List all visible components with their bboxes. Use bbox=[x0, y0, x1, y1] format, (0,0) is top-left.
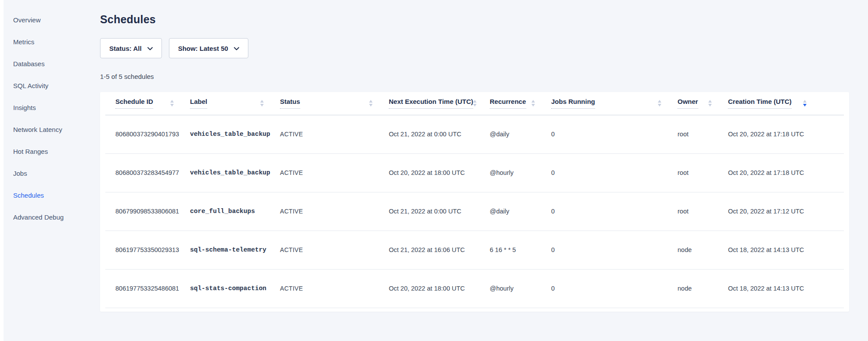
table-row: 806799098533806081 core_full_backups ACT… bbox=[105, 192, 844, 231]
cell-schedule-id: 806800373283454977 bbox=[105, 153, 180, 192]
cell-owner: root bbox=[667, 153, 718, 192]
cell-creation-time: Oct 18, 2022 at 14:13 UTC bbox=[718, 269, 844, 308]
sidebar-item-sql-activity[interactable]: SQL Activity bbox=[4, 75, 99, 96]
column-header-recurrence[interactable]: Recurrence bbox=[480, 92, 541, 115]
cell-label: vehicles_table_backup bbox=[180, 153, 270, 192]
cell-jobs-running: 0 bbox=[541, 115, 667, 153]
show-filter-label: Show: Latest 50 bbox=[178, 45, 228, 52]
column-label: Owner bbox=[678, 98, 698, 109]
sidebar: Overview Metrics Databases SQL Activity … bbox=[4, 0, 99, 228]
cell-status: ACTIVE bbox=[270, 231, 379, 269]
chevron-down-icon bbox=[234, 47, 239, 50]
table-header-row: Schedule ID Label Status bbox=[105, 92, 844, 115]
cell-owner: root bbox=[667, 192, 718, 231]
sidebar-item-metrics[interactable]: Metrics bbox=[4, 31, 99, 53]
column-header-next-execution-time[interactable]: Next Execution Time (UTC) bbox=[379, 92, 480, 115]
sort-icon bbox=[658, 100, 661, 107]
sidebar-item-network-latency[interactable]: Network Latency bbox=[4, 118, 99, 140]
column-label: Label bbox=[190, 98, 207, 109]
cell-creation-time: Oct 20, 2022 at 17:12 UTC bbox=[718, 192, 844, 231]
cell-jobs-running: 0 bbox=[541, 231, 667, 269]
cell-recurrence: @hourly bbox=[480, 153, 541, 192]
status-filter-dropdown[interactable]: Status: All bbox=[100, 38, 162, 58]
cell-recurrence: @daily bbox=[480, 192, 541, 231]
cell-owner: node bbox=[667, 269, 718, 308]
column-header-status[interactable]: Status bbox=[270, 92, 379, 115]
sort-icon bbox=[369, 100, 373, 107]
column-label: Jobs Running bbox=[551, 98, 595, 109]
column-header-creation-time[interactable]: Creation Time (UTC) bbox=[718, 92, 844, 115]
filter-bar: Status: All Show: Latest 50 bbox=[100, 38, 849, 58]
cell-status: ACTIVE bbox=[270, 269, 379, 308]
cell-status: ACTIVE bbox=[270, 192, 379, 231]
sort-icon bbox=[170, 100, 174, 107]
cell-label: core_full_backups bbox=[180, 192, 270, 231]
cell-recurrence: 6 16 * * 5 bbox=[480, 231, 541, 269]
sort-icon bbox=[531, 100, 535, 107]
status-filter-label: Status: All bbox=[109, 45, 142, 52]
cell-schedule-id: 806197753325486081 bbox=[105, 269, 180, 308]
cell-status: ACTIVE bbox=[270, 115, 379, 153]
cell-next-execution: Oct 20, 2022 at 18:00 UTC bbox=[379, 269, 480, 308]
cell-schedule-id: 806799098533806081 bbox=[105, 192, 180, 231]
sidebar-item-hot-ranges[interactable]: Hot Ranges bbox=[4, 140, 99, 162]
table-row: 806197753325486081 sql-stats-compaction … bbox=[105, 269, 844, 308]
sort-icon bbox=[260, 100, 264, 107]
column-header-owner[interactable]: Owner bbox=[667, 92, 718, 115]
sidebar-item-jobs[interactable]: Jobs bbox=[4, 162, 99, 184]
cell-owner: root bbox=[667, 115, 718, 153]
cell-owner: node bbox=[667, 231, 718, 269]
cell-jobs-running: 0 bbox=[541, 269, 667, 308]
table-row: 806800373290401793 vehicles_table_backup… bbox=[105, 115, 844, 153]
cell-label: vehicles_table_backup bbox=[180, 115, 270, 153]
cell-creation-time: Oct 18, 2022 at 14:13 UTC bbox=[718, 231, 844, 269]
window-left-edge bbox=[0, 0, 4, 341]
cell-recurrence: @daily bbox=[480, 115, 541, 153]
sidebar-item-overview[interactable]: Overview bbox=[4, 9, 99, 31]
column-header-label[interactable]: Label bbox=[180, 92, 270, 115]
table-row: 806197753350029313 sql-schema-telemetry … bbox=[105, 231, 844, 269]
sort-desc-icon bbox=[803, 100, 807, 107]
sort-icon bbox=[473, 100, 477, 107]
schedules-table-card: Schedule ID Label Status bbox=[100, 92, 849, 312]
cell-status: ACTIVE bbox=[270, 153, 379, 192]
cell-label: sql-schema-telemetry bbox=[180, 231, 270, 269]
sidebar-item-schedules[interactable]: Schedules bbox=[4, 184, 99, 206]
cell-next-execution: Oct 21, 2022 at 0:00 UTC bbox=[379, 192, 480, 231]
cell-jobs-running: 0 bbox=[541, 192, 667, 231]
cell-jobs-running: 0 bbox=[541, 153, 667, 192]
column-header-schedule-id[interactable]: Schedule ID bbox=[105, 92, 180, 115]
sidebar-item-databases[interactable]: Databases bbox=[4, 53, 99, 75]
sidebar-item-insights[interactable]: Insights bbox=[4, 96, 99, 118]
results-summary: 1-5 of 5 schedules bbox=[100, 73, 849, 80]
cell-recurrence: @hourly bbox=[480, 269, 541, 308]
column-label: Status bbox=[280, 98, 300, 109]
cell-schedule-id: 806197753350029313 bbox=[105, 231, 180, 269]
column-label: Next Execution Time (UTC) bbox=[389, 98, 473, 109]
cell-creation-time: Oct 20, 2022 at 17:18 UTC bbox=[718, 115, 844, 153]
table-row: 806800373283454977 vehicles_table_backup… bbox=[105, 153, 844, 192]
chevron-down-icon bbox=[147, 47, 153, 50]
cell-creation-time: Oct 20, 2022 at 17:18 UTC bbox=[718, 153, 844, 192]
cell-next-execution: Oct 20, 2022 at 18:00 UTC bbox=[379, 153, 480, 192]
column-header-jobs-running[interactable]: Jobs Running bbox=[541, 92, 667, 115]
sort-icon bbox=[708, 100, 712, 107]
schedules-table: Schedule ID Label Status bbox=[105, 92, 844, 308]
cell-label: sql-stats-compaction bbox=[180, 269, 270, 308]
column-label: Creation Time (UTC) bbox=[728, 98, 792, 109]
column-label: Recurrence bbox=[490, 98, 526, 109]
column-label: Schedule ID bbox=[115, 98, 153, 109]
sidebar-item-advanced-debug[interactable]: Advanced Debug bbox=[4, 206, 99, 228]
cell-next-execution: Oct 21, 2022 at 16:06 UTC bbox=[379, 231, 480, 269]
main-content: Schedules Status: All Show: Latest 50 1-… bbox=[100, 0, 849, 312]
cell-schedule-id: 806800373290401793 bbox=[105, 115, 180, 153]
page-title: Schedules bbox=[100, 13, 849, 26]
show-filter-dropdown[interactable]: Show: Latest 50 bbox=[169, 38, 248, 58]
cell-next-execution: Oct 21, 2022 at 0:00 UTC bbox=[379, 115, 480, 153]
